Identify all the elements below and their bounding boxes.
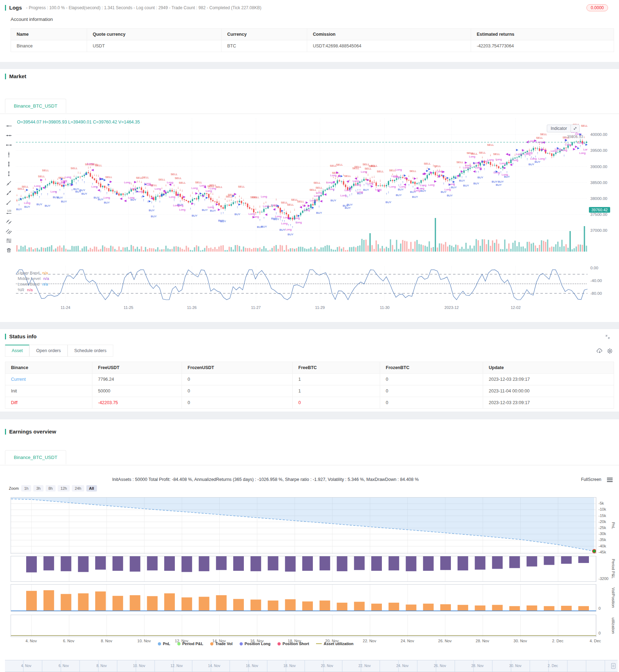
trend-ray-tool-icon[interactable] bbox=[6, 180, 12, 186]
tab-binance-btc-usdt-earnings[interactable]: Binance_BTC_USDT bbox=[5, 450, 66, 464]
price-channel-tool-icon[interactable] bbox=[6, 237, 12, 244]
svg-text:◀: ◀ bbox=[150, 196, 153, 200]
status-tab-asset[interactable]: Asset bbox=[5, 345, 29, 357]
svg-text:BUY: BUY bbox=[210, 209, 216, 212]
svg-text:↓: ↓ bbox=[283, 207, 285, 211]
market-date-label: 11-27 bbox=[251, 305, 260, 310]
svg-text:↓: ↓ bbox=[459, 165, 461, 169]
pnl-panel[interactable] bbox=[11, 497, 596, 554]
logs-progress-meta: - Progress : 100.0 % - Elapsed(second) :… bbox=[26, 5, 262, 10]
legend-item-position-long[interactable]: Position Long bbox=[240, 642, 270, 646]
svg-text:Long: Long bbox=[281, 222, 288, 225]
delete-tool-icon[interactable] bbox=[6, 247, 12, 253]
horizontal-line-tool-icon[interactable] bbox=[6, 132, 12, 139]
earnings-title: Earnings overview bbox=[9, 429, 56, 435]
svg-text:Long: Long bbox=[314, 194, 320, 197]
svg-text:↑: ↑ bbox=[563, 154, 565, 157]
svg-text:↓: ↓ bbox=[241, 196, 242, 200]
indicator-button[interactable]: Indicator bbox=[547, 125, 571, 132]
svg-text:SELL: SELL bbox=[22, 185, 29, 188]
navigator-date-label: 6. Nov bbox=[59, 660, 69, 672]
svg-text:▶: ▶ bbox=[63, 184, 65, 187]
svg-text:↑: ↑ bbox=[465, 175, 467, 179]
section-accent-bar bbox=[5, 74, 6, 79]
svg-text:BUY: BUY bbox=[130, 198, 136, 201]
legend-item-pnl[interactable]: PnL bbox=[158, 642, 170, 646]
extended-line-tool-icon[interactable] bbox=[6, 142, 12, 148]
vertical-line-tool-icon[interactable] bbox=[6, 161, 12, 167]
svg-text:Long: Long bbox=[526, 151, 533, 154]
svg-text:↑: ↑ bbox=[106, 191, 108, 195]
svg-text:◀: ◀ bbox=[477, 161, 480, 164]
svg-text:SELL: SELL bbox=[142, 176, 149, 179]
svg-text:↓: ↓ bbox=[228, 198, 230, 202]
period-pnl-panel[interactable] bbox=[11, 556, 596, 582]
market-tabbar: Binance_BTC_USDT bbox=[0, 98, 619, 114]
zoom-buttons: 1h3h8h12h24hAll bbox=[21, 485, 97, 492]
utilization-panel[interactable] bbox=[11, 615, 596, 637]
status-tab-schedule-orders[interactable]: Schedule orders bbox=[68, 345, 113, 357]
svg-text:↓: ↓ bbox=[379, 178, 381, 182]
earnings-summary: InitAssets : 50000 Total Profit: -84.408… bbox=[0, 477, 531, 482]
vertical-segment-tool-icon[interactable] bbox=[6, 171, 12, 177]
svg-text:◀: ◀ bbox=[265, 213, 267, 216]
legend-item-asset-utilization[interactable]: Asset utilization bbox=[316, 642, 353, 646]
svg-text:Long: Long bbox=[65, 176, 71, 179]
svg-text:SELL: SELL bbox=[457, 161, 464, 164]
svg-text:BUY: BUY bbox=[447, 194, 453, 197]
svg-text:SELL: SELL bbox=[171, 173, 178, 176]
trend-line-tool-icon[interactable] bbox=[6, 190, 12, 196]
tab-binance-btc-usdt[interactable]: Binance_BTC_USDT bbox=[5, 99, 66, 113]
svg-text:▶: ▶ bbox=[142, 195, 145, 198]
segment-tool-icon[interactable] bbox=[6, 199, 12, 206]
parallel-rays-tool-icon[interactable] bbox=[6, 218, 12, 225]
oscillator-legend-row: Upper Bandn/a bbox=[18, 271, 48, 275]
svg-text:BUY: BUY bbox=[385, 201, 391, 204]
zoom-button-3h[interactable]: 3h bbox=[33, 485, 43, 492]
zoom-button-8h[interactable]: 8h bbox=[46, 485, 56, 492]
svg-text:↓: ↓ bbox=[16, 193, 18, 197]
vol-position-panel[interactable] bbox=[11, 584, 596, 611]
gear-icon[interactable] bbox=[607, 348, 613, 355]
pnl-tick-label: -40k bbox=[598, 544, 614, 548]
svg-text:SELL: SELL bbox=[540, 133, 547, 136]
parallel-lines-tool-icon[interactable] bbox=[6, 228, 12, 234]
svg-text:↓: ↓ bbox=[490, 153, 492, 157]
svg-text:Long: Long bbox=[24, 201, 30, 205]
zoom-button-24h[interactable]: 24h bbox=[72, 485, 84, 492]
collapse-icon[interactable] bbox=[605, 334, 611, 340]
market-chart-canvas[interactable]: ↓↑BUY↓SELL▶↓SELL↑BUYLong▶↓↓▶Long▶↑BUY↓SE… bbox=[16, 119, 588, 253]
svg-text:↑: ↑ bbox=[475, 170, 477, 174]
zoom-button-1h[interactable]: 1h bbox=[21, 485, 31, 492]
legend-item-period-p-l[interactable]: Period P&L bbox=[177, 642, 203, 646]
status-row-label[interactable]: Current bbox=[5, 374, 92, 385]
svg-text:↓: ↓ bbox=[290, 209, 291, 213]
zoom-button-12h[interactable]: 12h bbox=[58, 485, 70, 492]
earnings-date-label: 30. Nov bbox=[514, 639, 527, 643]
navigator-handle[interactable] bbox=[611, 663, 615, 669]
chart-menu-icon[interactable] bbox=[607, 478, 613, 482]
svg-text:↑: ↑ bbox=[55, 190, 57, 194]
legend-marker bbox=[240, 642, 243, 645]
expand-chart-button[interactable] bbox=[571, 125, 579, 132]
svg-text:▶: ▶ bbox=[183, 195, 185, 199]
status-cell: 0 bbox=[380, 385, 483, 397]
zoom-button-all[interactable]: All bbox=[86, 485, 97, 492]
fullscreen-button[interactable]: FullScreen bbox=[581, 477, 601, 482]
chart-navigator[interactable]: 4. Nov6. Nov8. Nov10. Nov12. Nov14. Nov1… bbox=[5, 660, 618, 672]
horizontal-ray-tool-icon[interactable] bbox=[6, 123, 12, 129]
status-tab-open-orders[interactable]: Open orders bbox=[29, 345, 67, 357]
svg-text:▶: ▶ bbox=[461, 170, 463, 173]
svg-text:↓: ↓ bbox=[141, 180, 142, 184]
svg-text:Long: Long bbox=[481, 160, 488, 163]
price-note-tool-icon[interactable]: 123 bbox=[6, 209, 12, 215]
legend-item-trade-vol[interactable]: Trade Vol bbox=[210, 642, 233, 646]
legend-item-position-short[interactable]: Position Short bbox=[277, 642, 309, 646]
vertical-ray-tool-icon[interactable] bbox=[6, 151, 12, 158]
svg-text:◀: ◀ bbox=[124, 199, 126, 202]
svg-text:↑: ↑ bbox=[194, 202, 195, 206]
svg-text:▶: ▶ bbox=[216, 202, 218, 206]
oscillator-chart-canvas[interactable] bbox=[16, 266, 588, 303]
download-icon[interactable] bbox=[597, 348, 603, 355]
svg-text:◀: ◀ bbox=[42, 186, 45, 189]
